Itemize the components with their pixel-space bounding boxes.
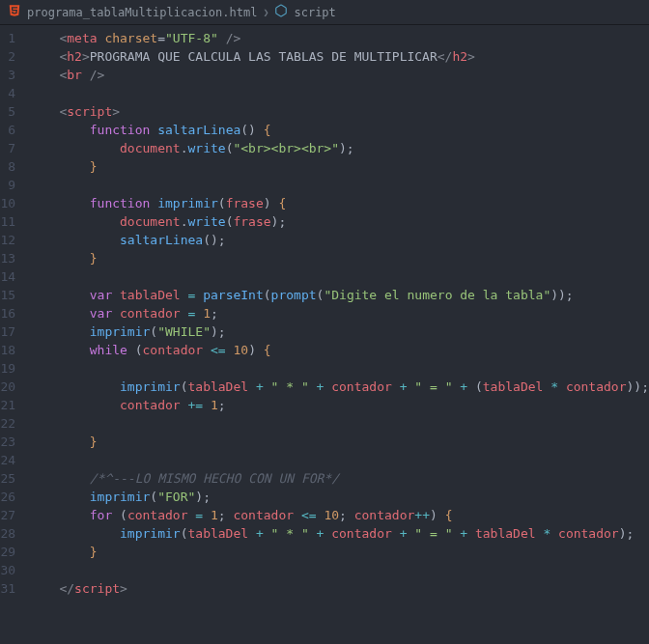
- code-line[interactable]: }: [29, 249, 649, 267]
- code-line[interactable]: [29, 176, 649, 194]
- code-line[interactable]: saltarLinea();: [29, 231, 649, 249]
- code-line[interactable]: function saltarLinea() {: [29, 121, 649, 139]
- breadcrumb-symbol[interactable]: script: [294, 6, 335, 19]
- code-line[interactable]: imprimir("WHILE");: [29, 322, 649, 341]
- code-line[interactable]: [29, 84, 649, 102]
- line-number: 8: [0, 157, 15, 176]
- line-number: 28: [0, 524, 15, 543]
- line-number: 3: [0, 66, 15, 84]
- line-number-gutter: 1234567891011121314151617181920212223242…: [0, 29, 29, 598]
- line-number: 19: [0, 359, 15, 378]
- code-line[interactable]: function imprimir(frase) {: [29, 194, 649, 212]
- line-number: 15: [0, 286, 15, 304]
- code-line[interactable]: [29, 561, 649, 579]
- line-number: 9: [0, 176, 15, 194]
- line-number: 12: [0, 231, 15, 249]
- line-number: 27: [0, 506, 15, 524]
- line-number: 4: [0, 84, 15, 102]
- code-line[interactable]: /*^---LO MISMO HECHO CON UN FOR*/: [29, 469, 649, 488]
- line-number: 2: [0, 47, 15, 66]
- script-symbol-icon: [274, 4, 288, 20]
- breadcrumb-file[interactable]: programa_tablaMultiplicacion.html: [27, 6, 257, 19]
- code-line[interactable]: [29, 359, 649, 378]
- line-number: 24: [0, 451, 15, 469]
- code-line[interactable]: document.write("<br><br><br>");: [29, 139, 649, 157]
- line-number: 30: [0, 561, 15, 579]
- code-line[interactable]: }: [29, 157, 649, 176]
- line-number: 13: [0, 249, 15, 267]
- line-number: 17: [0, 322, 15, 341]
- code-line[interactable]: <script>: [29, 102, 649, 121]
- code-line[interactable]: [29, 414, 649, 433]
- line-number: 26: [0, 488, 15, 506]
- line-number: 5: [0, 102, 15, 121]
- line-number: 7: [0, 139, 15, 157]
- code-line[interactable]: </script>: [29, 579, 649, 598]
- code-line[interactable]: contador += 1;: [29, 396, 649, 414]
- code-line[interactable]: imprimir(tablaDel + " * " + contador + "…: [29, 378, 649, 396]
- code-line[interactable]: <h2>PROGRAMA QUE CALCULA LAS TABLAS DE M…: [29, 47, 649, 66]
- line-number: 18: [0, 341, 15, 359]
- line-number: 6: [0, 121, 15, 139]
- line-number: 1: [0, 29, 15, 47]
- line-number: 21: [0, 396, 15, 414]
- code-line[interactable]: }: [29, 433, 649, 451]
- code-line[interactable]: imprimir("FOR");: [29, 488, 649, 506]
- line-number: 14: [0, 267, 15, 286]
- line-number: 10: [0, 194, 15, 212]
- chevron-right-icon: ❯: [263, 7, 268, 17]
- code-line[interactable]: while (contador <= 10) {: [29, 341, 649, 359]
- line-number: 16: [0, 304, 15, 322]
- code-line[interactable]: for (contador = 1; contador <= 10; conta…: [29, 506, 649, 524]
- code-line[interactable]: [29, 451, 649, 469]
- line-number: 29: [0, 543, 15, 561]
- code-line[interactable]: var contador = 1;: [29, 304, 649, 322]
- code-line[interactable]: [29, 267, 649, 286]
- code-content[interactable]: <meta charset="UTF-8" /> <h2>PROGRAMA QU…: [29, 29, 649, 598]
- breadcrumb[interactable]: programa_tablaMultiplicacion.html ❯ scri…: [0, 0, 649, 25]
- line-number: 25: [0, 469, 15, 488]
- line-number: 11: [0, 212, 15, 231]
- html-file-icon: [8, 4, 21, 20]
- code-editor[interactable]: 1234567891011121314151617181920212223242…: [0, 25, 649, 598]
- line-number: 31: [0, 579, 15, 598]
- line-number: 23: [0, 433, 15, 451]
- code-line[interactable]: <meta charset="UTF-8" />: [29, 29, 649, 47]
- code-line[interactable]: }: [29, 543, 649, 561]
- line-number: 20: [0, 378, 15, 396]
- code-line[interactable]: imprimir(tablaDel + " * " + contador + "…: [29, 524, 649, 543]
- code-line[interactable]: document.write(frase);: [29, 212, 649, 231]
- code-line[interactable]: var tablaDel = parseInt(prompt("Digite e…: [29, 286, 649, 304]
- line-number: 22: [0, 414, 15, 433]
- code-line[interactable]: <br />: [29, 66, 649, 84]
